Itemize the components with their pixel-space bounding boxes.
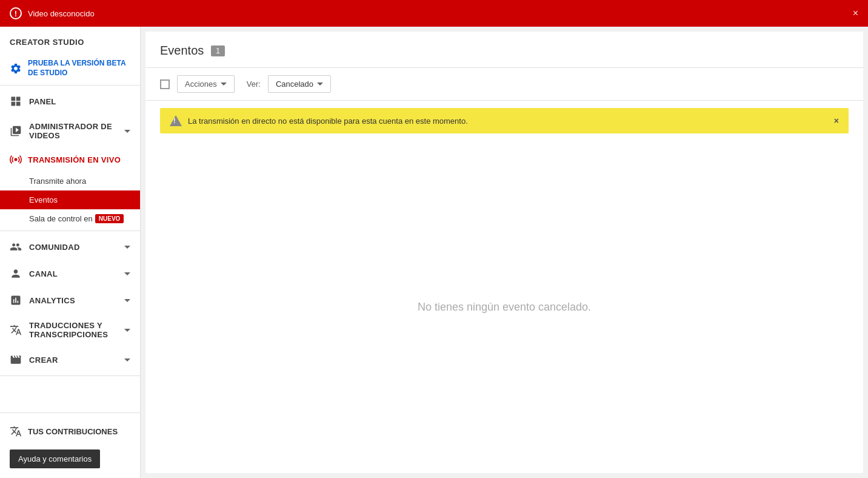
canal-icon bbox=[10, 268, 22, 280]
top-error-bar: ! Video desconocido × bbox=[0, 0, 868, 27]
beta-label: PRUEBA LA VERSIÓN BETA DE STUDIO bbox=[28, 59, 130, 78]
cancelado-chevron-icon bbox=[317, 82, 323, 86]
main-content: Eventos 1 Acciones Ver: Cancelado La tra… bbox=[145, 32, 863, 473]
top-bar-title: Video desconocido bbox=[28, 9, 95, 18]
crear-label: CREAR bbox=[29, 355, 58, 365]
acciones-chevron-icon bbox=[221, 82, 227, 86]
panel-icon bbox=[10, 95, 22, 107]
top-bar-close-button[interactable]: × bbox=[853, 8, 858, 19]
sidebar-item-transmite-ahora[interactable]: Transmite ahora bbox=[0, 172, 140, 190]
events-count-badge: 1 bbox=[211, 45, 225, 56]
divider-3 bbox=[0, 375, 140, 376]
sidebar-item-analytics[interactable]: ANALYTICS bbox=[0, 287, 140, 314]
transmision-label: TRANSMISIÓN EN VIVO bbox=[28, 155, 121, 164]
error-icon: ! bbox=[10, 7, 22, 19]
warning-banner: La transmisión en directo no está dispon… bbox=[160, 108, 849, 133]
comunidad-icon bbox=[10, 241, 22, 253]
analytics-icon bbox=[10, 294, 22, 306]
warning-triangle-icon bbox=[170, 115, 182, 126]
chevron-down-icon bbox=[124, 358, 130, 362]
chevron-down-icon bbox=[124, 130, 130, 133]
sidebar-title: CREATOR STUDIO bbox=[0, 27, 140, 54]
sidebar-item-comunidad[interactable]: COMUNIDAD bbox=[0, 234, 140, 260]
chevron-down-icon bbox=[124, 329, 130, 332]
sidebar-item-eventos[interactable]: Eventos bbox=[0, 190, 140, 209]
comunidad-label: COMUNIDAD bbox=[29, 243, 80, 252]
live-icon bbox=[10, 153, 22, 166]
sidebar-item-canal[interactable]: CANAL bbox=[0, 260, 140, 287]
layout: CREATOR STUDIO PRUEBA LA VERSIÓN BETA DE… bbox=[0, 27, 868, 478]
admin-videos-icon bbox=[10, 125, 22, 137]
canal-label: CANAL bbox=[29, 269, 58, 278]
nuevo-badge: NUEVO bbox=[95, 214, 124, 223]
select-all-checkbox[interactable] bbox=[160, 79, 170, 89]
divider-2 bbox=[0, 231, 140, 231]
tus-contrib-label: TUS CONTRIBUCIONES bbox=[28, 427, 118, 436]
sidebar-item-panel[interactable]: PANEL bbox=[0, 88, 140, 115]
sidebar-item-admin-label: ADMINISTRADOR DE VIDEOS bbox=[29, 122, 124, 140]
svg-point-0 bbox=[15, 158, 18, 161]
sidebar-item-traducciones[interactable]: TRADUCCIONES Y TRANSCRIPCIONES bbox=[0, 314, 140, 346]
sidebar-item-transmision[interactable]: TRANSMISIÓN EN VIVO bbox=[0, 147, 140, 172]
cancelado-filter-button[interactable]: Cancelado bbox=[268, 75, 331, 93]
sidebar-item-sala[interactable]: Sala de control en NUEVO bbox=[0, 209, 140, 228]
ver-label: Ver: bbox=[247, 79, 261, 89]
tus-contrib-icon bbox=[10, 425, 22, 437]
chevron-down-icon bbox=[124, 272, 130, 275]
chevron-down-icon bbox=[124, 246, 130, 249]
sidebar: CREATOR STUDIO PRUEBA LA VERSIÓN BETA DE… bbox=[0, 27, 141, 478]
page-title: Eventos bbox=[160, 44, 204, 58]
empty-state: No tienes ningún evento cancelado. bbox=[145, 141, 863, 473]
sidebar-item-tus-contribuciones[interactable]: TUS CONTRIBUCIONES bbox=[0, 418, 140, 445]
gear-icon bbox=[10, 62, 22, 75]
sidebar-item-panel-label: PANEL bbox=[29, 97, 56, 106]
empty-state-text: No tienes ningún evento cancelado. bbox=[418, 301, 591, 314]
sidebar-beta-button[interactable]: PRUEBA LA VERSIÓN BETA DE STUDIO bbox=[0, 54, 140, 82]
divider-1 bbox=[0, 85, 140, 86]
acciones-button[interactable]: Acciones bbox=[177, 75, 235, 93]
warning-close-button[interactable]: × bbox=[834, 116, 839, 126]
analytics-label: ANALYTICS bbox=[29, 296, 75, 305]
crear-icon bbox=[10, 354, 22, 366]
chevron-down-icon bbox=[124, 299, 130, 302]
sidebar-item-crear[interactable]: CREAR bbox=[0, 346, 140, 373]
traducciones-label: TRADUCCIONES Y TRANSCRIPCIONES bbox=[29, 321, 124, 339]
ayuda-button[interactable]: Ayuda y comentarios bbox=[10, 449, 100, 468]
warning-text: La transmisión en directo no está dispon… bbox=[188, 116, 468, 126]
sidebar-bottom: TUS CONTRIBUCIONES Ayuda y comentarios bbox=[0, 412, 140, 478]
main-header: Eventos 1 bbox=[145, 32, 863, 68]
sidebar-item-admin-videos[interactable]: ADMINISTRADOR DE VIDEOS bbox=[0, 115, 140, 147]
toolbar: Acciones Ver: Cancelado bbox=[145, 68, 863, 101]
traducciones-icon bbox=[10, 324, 22, 336]
